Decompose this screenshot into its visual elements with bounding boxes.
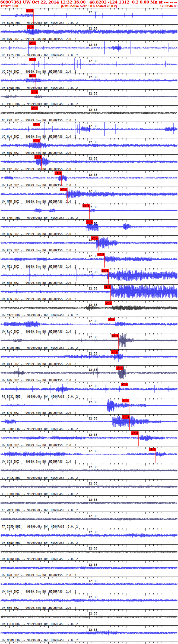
trace-label: UO FRIS EHZ -- 99999.0km BW .HIGHPASS .2… <box>2 54 78 57</box>
waveform[interactable] <box>1 112 177 114</box>
minute-label: 12:33 <box>88 141 97 144</box>
pick-marker-group[interactable]: xT 4 <box>131 431 138 446</box>
pick-label: xT 4 <box>106 302 112 305</box>
pick-label: xT 4 <box>102 269 108 272</box>
event-summary-line: 60907361 UW Oct 22, 2014 12:32:36.00 48.… <box>0 0 178 4</box>
pick-label: xT 4 <box>112 334 118 337</box>
trace-label: UW BEND EHZ -- 99999.0km BW .HIGHPASS .2… <box>2 541 78 544</box>
pick-marker-group[interactable]: xT 4 <box>104 285 111 300</box>
pick-label: xT 4 <box>122 383 128 386</box>
pick-label: xT 4 <box>123 399 129 402</box>
pick-label: xT 4 <box>27 9 33 12</box>
trace-label: UW MTM EHZ -- 99999.0km BW .HIGHPASS .2.… <box>2 200 76 203</box>
minute-label: 12:33 <box>88 108 97 112</box>
waveform[interactable] <box>1 502 177 504</box>
pick-marker-group[interactable]: xT 4 <box>121 383 128 398</box>
trace-label: UW BOW EHZ -- 99999.0km BW .HIGHPASS .2.… <box>2 233 76 236</box>
trace-label: UW RCS EHZ -- 99999.0km BW .HIGHPASS .2.… <box>2 249 76 252</box>
trace-label: PB B926 EHZ -- 99999.0km BW .HIGHPASS .2… <box>2 21 78 24</box>
waveform[interactable] <box>1 518 177 521</box>
minute-label: 12:33 <box>88 189 97 193</box>
minute-label: 12:33 <box>88 271 97 274</box>
pick-marker-group[interactable]: xT 4 <box>108 318 115 333</box>
minute-label: 12:33 <box>88 303 97 307</box>
trace-label: CC WIFE BHZ -- 99999.0km BW .HIGHPASS .2… <box>2 509 78 512</box>
waveform[interactable] <box>1 469 177 471</box>
pick-label: xT 4 <box>30 58 36 61</box>
minute-label: 12:33 <box>88 92 97 95</box>
trace-label: UW YACT HHZ -- 99999.0km BW .HIGHPASS .2… <box>2 314 78 317</box>
trace-label: UW OT3 EHZ -- 99999.0km BW .HIGHPASS .2.… <box>2 363 76 366</box>
trace-row-uw-blow-hhz[interactable] <box>1 551 177 553</box>
minute-label: 12:33 <box>88 531 97 534</box>
trace-label: UW RVC EHZ -- 99999.0km BW .HIGHPASS .2.… <box>2 330 76 333</box>
pick-label: xT 4 <box>29 74 35 77</box>
minute-label: 12:33 <box>88 547 97 550</box>
trace-label: UO IRO EHZ -- 99999.0km BW .HIGHPASS .2.… <box>2 70 76 73</box>
pick-label: xT 4 <box>61 188 67 191</box>
trace-row-ta-i05d-bhz[interactable] <box>1 518 177 521</box>
pick-label: xT 4 <box>123 416 129 418</box>
pick-marker-group[interactable]: xT 4 <box>105 301 112 316</box>
pick-label: xT 4 <box>87 221 93 223</box>
waveform[interactable] <box>1 95 177 98</box>
trace-label: CC VALT BHZ -- 99999.0km BW .HIGHPASS .2… <box>2 103 78 106</box>
trace-label: MB CHMT EHZ -- 99999.0km BW .HIGHPASS .2… <box>2 216 78 219</box>
trace-label: CC TGBU BHZ -- 99999.0km BW .HIGHPASS .2… <box>2 493 78 496</box>
trace-row-uw-hbo-ehz[interactable] <box>1 599 177 602</box>
trace-label: UW LCCR HHZ -- 99999.0km BW .HIGHPASS .2… <box>2 623 78 626</box>
waveform[interactable] <box>1 486 177 488</box>
minute-label: 12:33 <box>88 124 97 128</box>
trace-label: UW MOON EHZ -- 99999.0km BW .HIGHPASS .2… <box>2 639 78 642</box>
minute-label: 12:33 <box>88 433 97 437</box>
pick-label: xT 4 <box>27 26 33 28</box>
trace-label: CC PRLK BHZ -- 99999.0km BW .HIGHPASS .2… <box>2 476 78 479</box>
pick-marker-group[interactable]: xT 4 <box>112 334 119 349</box>
minute-label: 12:33 <box>88 27 97 30</box>
window-end-time: 12:33:46.00 <box>160 4 177 8</box>
trace-row-nc-krp-hhz[interactable] <box>1 112 177 114</box>
pick-label: xT 4 <box>112 351 117 353</box>
pick-label: xT 4 <box>31 107 37 110</box>
trace-label: PB B031 EHZ -- 99999.0km BW .HIGHPASS .2… <box>2 395 78 398</box>
trace-label: UW HSR EHZ -- 99999.0km BW .HIGHPASS .2.… <box>2 281 76 284</box>
pick-label: xT 4 <box>34 139 40 142</box>
minute-label: 12:33 <box>88 401 97 404</box>
pick-label: xT 4 <box>33 123 39 126</box>
pick-label: xT 4 <box>104 286 110 288</box>
pick-label: xT 4 <box>31 91 37 93</box>
trace-label: NC KRP HHZ -- 99999.0km BW .HIGHPASS .2.… <box>2 119 76 122</box>
trace-row-cc-tgbu-bhz[interactable] <box>1 486 177 488</box>
pick-label: xT 4 <box>30 42 36 45</box>
waveform[interactable] <box>1 599 177 602</box>
trace-label: UW HTW EHZ -- 99999.0km BW .HIGHPASS .2.… <box>2 151 76 154</box>
pick-marker-group[interactable]: xT 4 <box>82 204 90 219</box>
trace-label: UW HBO EHZ -- 99999.0km BW .HIGHPASS .2.… <box>2 606 76 609</box>
minute-label: 12:33 <box>88 76 97 79</box>
trace-row-uw-bpo-ehz[interactable] <box>1 566 177 570</box>
trace-label: UW OSD EHZ -- 99999.0km BW .HIGHPASS .2.… <box>2 444 76 447</box>
seismogram-plot[interactable]: 12:3312:3312:3312:3312:3312:3312:3312:33… <box>0 0 178 644</box>
trace-label: UW GNW BHZ -- 99999.0km BW .HIGHPASS .2.… <box>2 379 76 382</box>
pick-label: xT 4 <box>35 156 41 158</box>
minute-label: 12:33 <box>88 59 97 63</box>
minute-label: 12:33 <box>88 352 97 355</box>
trace-row-cc-valt-bhz[interactable] <box>1 95 177 98</box>
minute-label: 12:33 <box>88 336 97 339</box>
trace-label: UW JORV EHZ -- 99999.0km BW .HIGHPASS .2… <box>2 428 78 431</box>
minute-label: 12:33 <box>88 368 97 372</box>
minute-label: 12:33 <box>88 11 97 14</box>
time-window-bar: 12:32:16.00 (RMS noise over 6.0 s scaled… <box>0 4 178 8</box>
trace-label: UW GMO EHZ -- 99999.0km BW .HIGHPASS .2.… <box>2 590 76 593</box>
minute-label: 12:33 <box>88 628 97 632</box>
trace-label: UW SOS EHZ -- 99999.0km BW .HIGHPASS .2.… <box>2 460 76 463</box>
trace-label: UW BPO EHZ -- 99999.0km BW .HIGHPASS .2.… <box>2 574 76 577</box>
trace-row-cc-prlk-bhz[interactable] <box>1 469 177 471</box>
minute-label: 12:33 <box>88 482 97 485</box>
trace-row-cc-wife-bhz[interactable] <box>1 502 177 504</box>
minute-label: 12:33 <box>88 579 97 583</box>
minute-label: 12:33 <box>88 514 97 518</box>
trace-label: UW BRAN BHZ -- 99999.0km BW .HIGHPASS .2… <box>2 346 78 349</box>
waveform[interactable] <box>1 551 177 553</box>
waveform[interactable] <box>1 566 177 570</box>
